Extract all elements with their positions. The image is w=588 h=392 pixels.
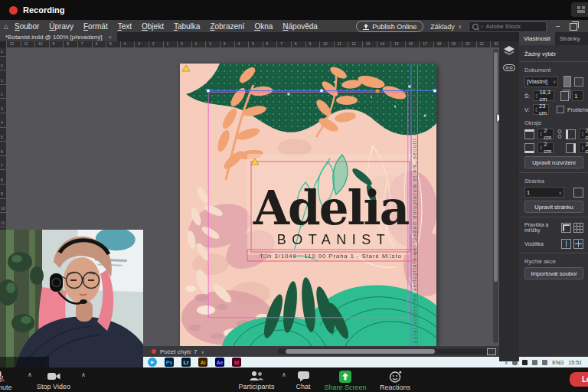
stop-video-label: Stop Video bbox=[37, 383, 70, 390]
spread-view-icon[interactable] bbox=[487, 348, 496, 355]
document-tab[interactable]: *Botanist.indd @ 100% [převedený] × bbox=[0, 32, 117, 41]
orientation-portrait-button[interactable] bbox=[564, 76, 571, 87]
chat-button[interactable]: Chat bbox=[292, 371, 314, 390]
margin-bottom-field[interactable]: ∧∨ 2 cm bbox=[537, 142, 554, 153]
margin-left-field[interactable]: ∧∨ 2 cm bbox=[579, 129, 588, 139]
vertical-scrollbar-thumb[interactable] bbox=[494, 52, 498, 282]
error-count[interactable]: Počet chyb: 7 bbox=[160, 348, 197, 355]
menu-item-tabulka[interactable]: Tabulka bbox=[174, 22, 200, 31]
workspace-switcher[interactable]: Základy ∨ bbox=[430, 23, 462, 31]
webcam-video[interactable] bbox=[0, 230, 143, 368]
orientation-landscape-button[interactable] bbox=[574, 77, 583, 87]
properties-stack-icon[interactable] bbox=[504, 46, 514, 55]
ruler-number: 10 bbox=[38, 42, 43, 46]
ruler-number: 3 bbox=[1, 107, 3, 111]
publish-online-label: Publish Online bbox=[372, 23, 416, 31]
ruler-number: 22 bbox=[494, 42, 498, 46]
no-selection-label: Žádný výběr bbox=[524, 51, 583, 57]
margin-top-field[interactable]: ∧∨ 2 cm bbox=[537, 129, 554, 139]
vertical-scrollbar[interactable] bbox=[493, 49, 498, 343]
ruler-number: 2 bbox=[1, 93, 3, 96]
chevron-down-icon[interactable]: ∨ bbox=[201, 349, 204, 354]
panel-tab-vlastnosti[interactable]: Vlastnosti bbox=[519, 32, 555, 45]
height-field[interactable]: ∧∨ 23 cm bbox=[533, 104, 549, 115]
add-page-icon[interactable] bbox=[573, 188, 583, 198]
home-icon[interactable]: ⌂ bbox=[4, 22, 8, 31]
poster-side-text: uptat volore ma velluptiate qui ipsanit … bbox=[412, 79, 418, 343]
show-grid-icon[interactable] bbox=[573, 223, 583, 233]
ruler-number: 12 bbox=[10, 42, 15, 46]
horizontal-scrollbar-thumb[interactable] bbox=[286, 349, 435, 354]
stop-video-button[interactable]: Stop Video bbox=[28, 371, 80, 390]
zoom-bottom-toolbar: Unmute ∧ Stop Video ∧ Participants ∧ Cha… bbox=[0, 368, 588, 392]
horizontal-scrollbar[interactable] bbox=[278, 348, 488, 354]
search-input[interactable]: ˅ Adobe Stock bbox=[469, 21, 547, 32]
reactions-button[interactable]: Reactions bbox=[374, 371, 416, 391]
taskbar-app-lightroom[interactable]: Lr bbox=[181, 358, 191, 367]
menu-item-text[interactable]: Text bbox=[118, 22, 132, 31]
width-field[interactable]: ∧∨ 18,3 cm bbox=[533, 90, 554, 101]
participants-button[interactable]: Participants bbox=[234, 371, 279, 390]
margin-right-field[interactable]: ∧∨ 2 cm bbox=[579, 142, 588, 153]
poster-page[interactable]: Adelia BOTANIST T□n 3/1049 · 110 00 Prah… bbox=[180, 64, 436, 346]
adjust-layout-button[interactable]: Upravit rozvržení bbox=[524, 156, 583, 168]
menu-item-okna[interactable]: Okna bbox=[254, 22, 273, 31]
ruler-number: 6 bbox=[1, 150, 3, 154]
content-grabber[interactable] bbox=[376, 90, 380, 93]
taskbar-app-photoshop[interactable]: Ps bbox=[165, 358, 174, 367]
ruler-number: 18 bbox=[437, 42, 442, 46]
link-margins-icon[interactable] bbox=[557, 129, 563, 139]
search-icon bbox=[472, 24, 479, 30]
leave-button[interactable]: Leave bbox=[570, 372, 588, 387]
menu-item-zobrazení[interactable]: Zobrazení bbox=[210, 22, 244, 31]
chat-label: Chat bbox=[296, 383, 310, 390]
recording-label: Recording bbox=[23, 5, 64, 15]
volume-icon[interactable] bbox=[542, 360, 547, 365]
taskbar-app-indesign[interactable]: Id bbox=[232, 358, 241, 367]
menu-item-formát[interactable]: Formát bbox=[83, 22, 108, 31]
view-button[interactable]: View bbox=[571, 2, 588, 17]
panel-tab-stranky[interactable]: Stránky bbox=[555, 32, 585, 45]
unmute-button[interactable]: Unmute bbox=[0, 371, 12, 391]
pages-count-field[interactable]: 1 bbox=[572, 90, 583, 101]
edit-page-button[interactable]: Upravit stránku bbox=[524, 201, 583, 213]
margins-section-label: Okraje bbox=[524, 119, 583, 126]
taskbar-app-telegram[interactable]: ▸ bbox=[148, 358, 157, 367]
cc-libraries-icon[interactable] bbox=[503, 64, 515, 71]
restore-window-button[interactable] bbox=[570, 23, 577, 31]
clock[interactable]: 15:51 bbox=[568, 360, 582, 365]
lock-guides-icon[interactable] bbox=[573, 239, 583, 249]
panel-tab-cc-knihovny[interactable]: CC knihovny bbox=[585, 32, 588, 45]
horizontal-ruler[interactable]: 1211109876543210123456789101112131415161… bbox=[6, 41, 499, 47]
facing-pages-checkbox[interactable] bbox=[557, 106, 564, 113]
preset-dropdown[interactable]: [Vlastní] ∨ bbox=[524, 77, 558, 87]
ruler-number: 7 bbox=[280, 42, 283, 46]
taskbar-app-after-effects[interactable]: Ae bbox=[215, 358, 224, 367]
close-icon[interactable]: × bbox=[108, 34, 112, 41]
ruler-number: 0 bbox=[181, 42, 183, 46]
ruler-corner bbox=[0, 41, 6, 47]
menu-item-soubor[interactable]: Soubor bbox=[15, 22, 39, 31]
import-file-button[interactable]: Importovat soubor bbox=[524, 267, 583, 279]
show-rulers-icon[interactable] bbox=[561, 223, 571, 233]
ruler-number: 0 bbox=[1, 64, 3, 68]
battery-icon[interactable] bbox=[522, 360, 528, 365]
menu-item-objekt[interactable]: Objekt bbox=[142, 22, 164, 31]
language-indicator[interactable]: ENG bbox=[552, 360, 564, 365]
publish-online-button[interactable]: Publish Online bbox=[356, 21, 423, 32]
display-icon[interactable] bbox=[532, 360, 537, 365]
page-section-label: Stránka bbox=[524, 178, 583, 185]
rulers-grids-label: Pravítka a mřížky bbox=[524, 222, 558, 233]
video-options-chevron[interactable]: ∧ bbox=[81, 371, 86, 378]
menu-item-nápověda[interactable]: Nápověda bbox=[283, 22, 318, 31]
ruler-number: 10 bbox=[1, 207, 5, 211]
taskbar-app-illustrator[interactable]: Ai bbox=[198, 358, 207, 367]
show-guides-icon[interactable] bbox=[561, 239, 571, 249]
margin-right-icon bbox=[566, 143, 576, 153]
page-dropdown[interactable]: 1 ∨ bbox=[524, 187, 564, 198]
participants-options-chevron[interactable]: ∧ bbox=[282, 371, 286, 378]
minimize-button[interactable]: − bbox=[554, 22, 563, 31]
share-screen-button[interactable]: Share Screen bbox=[320, 371, 371, 391]
guides-label: Vodítka bbox=[524, 240, 544, 247]
menu-item-úpravy[interactable]: Úpravy bbox=[49, 22, 74, 31]
